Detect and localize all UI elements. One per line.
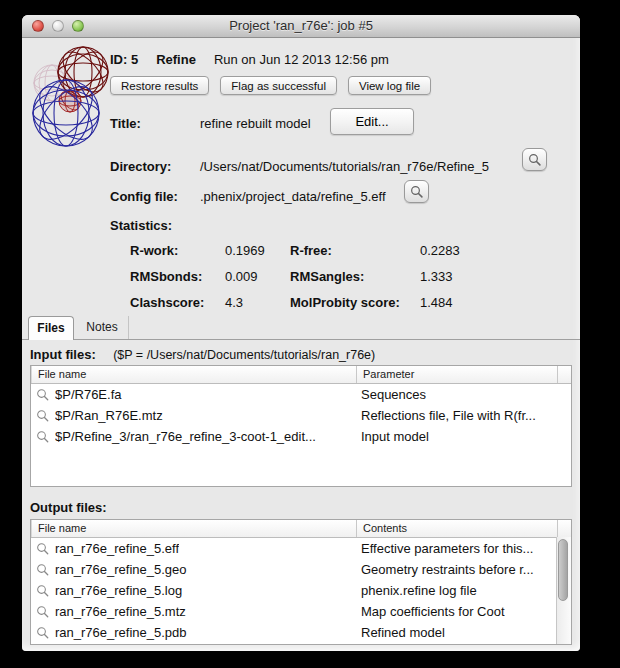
edit-title-button[interactable]: Edit... [330, 108, 414, 135]
directory-value: /Users/nat/Documents/tutorials/ran_r76e/… [200, 159, 489, 174]
table-row[interactable]: ran_r76e_refine_5.log phenix.refine log … [31, 580, 571, 601]
parameter-cell: Sequences [361, 387, 426, 402]
statistics-heading: Statistics: [110, 218, 172, 233]
output-table-body: ran_r76e_refine_5.eff Effective paramete… [31, 538, 571, 643]
column-header-parameter[interactable]: Parameter [356, 366, 557, 383]
magnifier-icon [36, 584, 50, 598]
table-row[interactable]: ran_r76e_refine_5.eff Effective paramete… [31, 538, 571, 559]
contents-cell: Geometry restraints before r... [361, 562, 534, 577]
column-header-spacer [557, 520, 571, 537]
stat-value: 1.484 [420, 295, 453, 310]
config-file-value: .phenix/project_data/refine_5.eff [200, 189, 386, 204]
stat-label: RMSangles: [290, 269, 364, 284]
title-value: refine rebuilt model [200, 116, 311, 131]
window-titlebar[interactable]: Project 'ran_r76e': job #5 [22, 15, 580, 38]
job-type: Refine [156, 52, 196, 67]
desktop-background: Project 'ran_r76e': job #5 [0, 0, 620, 668]
molecule-thumbnail-icon [28, 41, 116, 151]
job-actions: Restore results Flag as successful View … [110, 76, 431, 95]
table-row[interactable]: $P/Refine_3/ran_r76e_refine_3-coot-1_edi… [31, 426, 571, 447]
tab-files[interactable]: Files [28, 316, 74, 340]
input-files-table: File name Parameter $P/R76E.fa Sequences… [30, 365, 572, 487]
input-files-heading-row: Input files: ($P = /Users/nat/Documents/… [30, 345, 375, 363]
stat-value: 0.009 [225, 269, 258, 284]
stat-value: 1.333 [420, 269, 453, 284]
contents-cell: Refined model [361, 625, 445, 640]
directory-label: Directory: [110, 159, 171, 174]
file-name-cell: ran_r76e_refine_5.pdb [55, 625, 187, 640]
app-window: Project 'ran_r76e': job #5 [22, 15, 580, 651]
magnifier-icon [36, 605, 50, 619]
file-name-cell: $P/Ran_R76E.mtz [55, 408, 163, 423]
input-table-body: $P/R76E.fa Sequences $P/Ran_R76E.mtz Ref… [31, 384, 571, 447]
column-header-contents[interactable]: Contents [356, 520, 557, 537]
tab-files-label: Files [37, 321, 64, 335]
window-title: Project 'ran_r76e': job #5 [22, 15, 580, 37]
output-files-heading: Output files: [30, 500, 107, 515]
contents-cell: phenix.refine log file [361, 583, 477, 598]
stat-label: R-work: [130, 243, 178, 258]
contents-cell: Map coefficients for Coot [361, 604, 505, 619]
table-row[interactable]: ran_r76e_refine_5.geo Geometry restraint… [31, 559, 571, 580]
table-row[interactable]: $P/R76E.fa Sequences [31, 384, 571, 405]
magnifier-icon [528, 153, 542, 167]
input-table-header: File name Parameter [31, 366, 571, 384]
input-files-heading: Input files: [30, 347, 96, 362]
column-header-spacer [557, 366, 571, 383]
file-name-cell: ran_r76e_refine_5.geo [55, 562, 187, 577]
file-name-cell: ran_r76e_refine_5.eff [55, 541, 179, 556]
stat-label: R-free: [290, 243, 332, 258]
file-name-cell: ran_r76e_refine_5.mtz [55, 604, 186, 619]
restore-results-button[interactable]: Restore results [110, 76, 209, 95]
scrollbar-thumb[interactable] [558, 539, 568, 601]
stat-label: RMSbonds: [130, 269, 202, 284]
table-row[interactable]: ran_r76e_refine_5.mtz Map coefficients f… [31, 601, 571, 622]
tab-bar: Files Notes [22, 314, 580, 340]
table-row[interactable]: $P/Ran_R76E.mtz Reflections file, File w… [31, 405, 571, 426]
magnifier-icon [36, 388, 50, 402]
tab-bar-divider [22, 339, 580, 340]
stat-value: 4.3 [225, 295, 243, 310]
stat-value: 0.1969 [225, 243, 265, 258]
magnifier-icon [36, 563, 50, 577]
stat-label: MolProbity score: [290, 295, 400, 310]
view-log-button[interactable]: View log file [348, 76, 431, 95]
magnifier-icon [36, 542, 50, 556]
view-config-button[interactable] [404, 180, 429, 203]
job-id: ID: 5 [110, 52, 138, 67]
file-name-cell: $P/Refine_3/ran_r76e_refine_3-coot-1_edi… [55, 429, 316, 444]
output-files-table: File name Contents ran_r76e_refine_5.eff… [30, 519, 572, 645]
output-table-header: File name Contents [31, 520, 571, 538]
tab-notes-label: Notes [86, 320, 117, 334]
job-run-time: Run on Jun 12 2013 12:56 pm [214, 52, 389, 67]
browse-directory-button[interactable] [522, 148, 547, 171]
job-header: ID: 5 Refine Run on Jun 12 2013 12:56 pm [110, 52, 389, 67]
table-row[interactable]: ran_r76e_refine_5.pdb Refined model [31, 622, 571, 643]
tab-notes[interactable]: Notes [76, 316, 129, 339]
parameter-cell: Input model [361, 429, 429, 444]
file-name-cell: ran_r76e_refine_5.log [55, 583, 182, 598]
contents-cell: Effective parameters for this... [361, 541, 533, 556]
magnifier-icon [36, 626, 50, 640]
parameter-cell: Reflections file, File with R(fr... [361, 408, 536, 423]
column-header-file-name[interactable]: File name [31, 366, 356, 383]
flag-successful-button[interactable]: Flag as successful [220, 76, 337, 95]
magnifier-icon [410, 185, 424, 199]
file-name-cell: $P/R76E.fa [55, 387, 122, 402]
stat-value: 0.2283 [420, 243, 460, 258]
magnifier-icon [36, 430, 50, 444]
path-variable-note: ($P = /Users/nat/Documents/tutorials/ran… [113, 348, 375, 362]
stat-label: Clashscore: [130, 295, 204, 310]
title-label: Title: [110, 116, 141, 131]
magnifier-icon [36, 409, 50, 423]
column-header-file-name[interactable]: File name [31, 520, 356, 537]
vertical-scrollbar[interactable] [556, 537, 571, 644]
config-file-label: Config file: [110, 189, 178, 204]
